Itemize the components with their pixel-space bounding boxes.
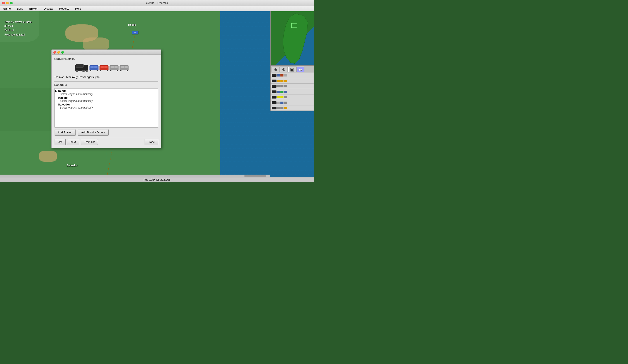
modal-overlay: Current Details: [0, 11, 314, 182]
add-station-button[interactable]: Add Station: [54, 129, 76, 136]
nav-button-row: last next Train list Close: [54, 138, 158, 145]
train-info: Train #1: Mail (40); Passengers (80).: [54, 75, 158, 79]
menu-display[interactable]: Display: [43, 6, 55, 11]
close-button[interactable]: [2, 2, 5, 4]
menu-game[interactable]: Game: [2, 6, 12, 11]
svg-point-50: [82, 70, 85, 72]
current-details-label: Current Details: [54, 57, 158, 61]
schedule-station-recife: ▶ Recife: [55, 89, 157, 93]
minimize-button[interactable]: [6, 2, 9, 4]
svg-point-56: [97, 70, 98, 71]
svg-point-70: [120, 70, 121, 71]
nav-buttons-left: last next Train list: [54, 139, 98, 145]
schedule-wagons-maceio: Select wagons automatically: [60, 99, 157, 102]
train-list-button[interactable]: Train list: [81, 139, 98, 145]
svg-point-71: [127, 70, 128, 71]
schedule-station-maceio: Maceio: [55, 96, 157, 99]
schedule-wagons-salvador: Select wagons automatically: [60, 106, 157, 109]
game-area: Train #6 arrives at Natal 80 Mail 27 Foo…: [0, 11, 314, 182]
schedule-list[interactable]: ▶ Recife Select wagons automatically Mac…: [54, 88, 158, 128]
schedule-station-salvador: Salvador: [55, 103, 157, 106]
menu-broker[interactable]: Broker: [28, 6, 39, 11]
svg-rect-53: [90, 66, 93, 68]
modal-max-traffic-light[interactable]: [61, 51, 64, 54]
schedule-wagons-recife: Select wagons automatically: [60, 93, 157, 96]
svg-rect-69: [125, 66, 128, 68]
svg-point-55: [90, 70, 91, 71]
schedule-button-row: Add Station Add Priority Orders: [54, 129, 158, 136]
last-button[interactable]: last: [54, 139, 66, 145]
menu-build[interactable]: Build: [15, 6, 24, 11]
svg-point-49: [76, 70, 78, 72]
modal-separator: [54, 81, 158, 81]
traffic-lights: [2, 2, 13, 4]
modal-body: Current Details: [52, 55, 161, 148]
svg-rect-68: [121, 66, 124, 68]
svg-point-60: [100, 70, 101, 71]
window-title: cymric - Freerails: [146, 1, 168, 4]
modal-close-traffic-light[interactable]: [53, 51, 56, 54]
schedule-section: Schedule ▶ Recife Select wagons automati…: [54, 83, 158, 136]
menu-help[interactable]: Help: [74, 6, 82, 11]
modal-min-traffic-light[interactable]: [57, 51, 60, 54]
svg-rect-63: [111, 66, 114, 68]
schedule-entry-salvador[interactable]: Salvador Select wagons automatically: [55, 103, 157, 109]
schedule-entry-maceio[interactable]: Maceio Select wagons automatically: [55, 96, 157, 102]
train-image: [75, 62, 138, 73]
next-button[interactable]: next: [67, 139, 79, 145]
modal-titlebar[interactable]: [52, 50, 161, 55]
train-graphic: [54, 62, 158, 73]
title-bar: cymric - Freerails: [0, 0, 314, 6]
maximize-button[interactable]: [10, 2, 13, 4]
play-icon-recife: ▶: [55, 90, 57, 92]
svg-rect-54: [94, 66, 97, 68]
svg-rect-48: [76, 64, 83, 68]
svg-point-65: [110, 70, 111, 71]
svg-point-66: [117, 70, 118, 71]
close-button[interactable]: Close: [144, 139, 158, 145]
menu-reports[interactable]: Reports: [58, 6, 71, 11]
svg-rect-64: [114, 66, 118, 68]
svg-point-51: [86, 70, 88, 72]
svg-rect-59: [104, 66, 107, 68]
add-priority-orders-button[interactable]: Add Priority Orders: [78, 129, 109, 136]
modal-dialog: Current Details: [51, 50, 161, 148]
schedule-label: Schedule: [54, 83, 158, 86]
svg-rect-58: [100, 66, 104, 68]
svg-point-61: [107, 70, 108, 71]
schedule-entry-recife[interactable]: ▶ Recife Select wagons automatically: [55, 89, 157, 96]
menu-bar: Game Build Broker Display Reports Help: [0, 6, 314, 11]
